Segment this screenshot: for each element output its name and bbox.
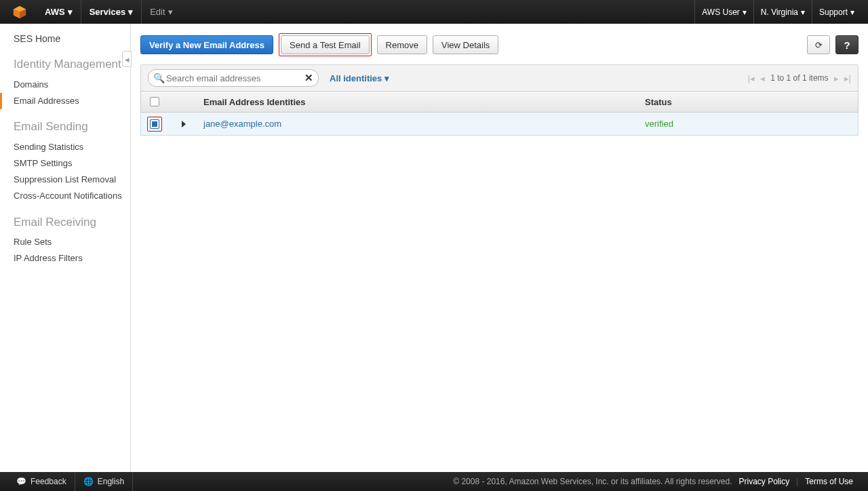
send-test-email-button[interactable]: Send a Test Email (281, 35, 370, 54)
section-email-sending: Email Sending (14, 120, 130, 134)
help-button[interactable]: ? (835, 35, 859, 54)
filter-label: All identities (330, 73, 382, 83)
column-header-status[interactable]: Status (641, 97, 858, 107)
sidebar-item-suppression-list-removal[interactable]: Suppression List Removal (14, 172, 130, 188)
pagination: |◂ ◂ 1 to 1 of 1 items ▸ ▸| (748, 73, 851, 83)
language-label: English (98, 477, 124, 486)
clear-search-icon[interactable]: ✕ (304, 72, 313, 84)
row-checkbox-highlight (147, 117, 162, 132)
pager-text: 1 to 1 of 1 items (770, 73, 828, 83)
brand-label: AWS (45, 7, 65, 17)
identity-filter-dropdown[interactable]: All identities ▾ (330, 73, 389, 83)
caret-down-icon: ▾ (801, 7, 805, 17)
user-label: AWS User (702, 7, 740, 17)
sidebar-item-domains[interactable]: Domains (14, 77, 130, 93)
account-menu[interactable]: AWS User ▾ (694, 0, 753, 24)
select-all-checkbox[interactable] (150, 97, 159, 106)
edit-label: Edit (150, 7, 165, 17)
sidebar-item-sending-statistics[interactable]: Sending Statistics (14, 139, 130, 155)
page-first-icon[interactable]: |◂ (748, 73, 755, 83)
page-prev-icon[interactable]: ◂ (760, 73, 765, 83)
expand-row-icon[interactable] (182, 121, 186, 127)
caret-down-icon: ▾ (168, 7, 173, 17)
globe-icon: 🌐 (83, 477, 94, 486)
edit-menu[interactable]: Edit ▾ (141, 0, 180, 24)
search-wrap: 🔍 ✕ (148, 69, 319, 87)
send-test-email-highlight: Send a Test Email (279, 33, 372, 56)
sidebar-item-cross-account-notifications[interactable]: Cross-Account Notifications (14, 188, 130, 204)
page-last-icon[interactable]: ▸| (844, 73, 851, 83)
sidebar-item-ip-address-filters[interactable]: IP Address Filters (14, 250, 130, 267)
search-input[interactable] (148, 69, 319, 87)
help-icon: ? (844, 39, 850, 51)
verify-new-email-button[interactable]: Verify a New Email Address (140, 35, 273, 54)
services-label: Services (90, 7, 126, 17)
table-header: Email Address Identities Status (140, 91, 859, 113)
region-label: N. Virginia (761, 7, 798, 17)
sidebar-collapse-handle[interactable]: ◂ (122, 51, 132, 67)
footer: 💬 Feedback 🌐 English © 2008 - 2016, Amaz… (0, 472, 868, 491)
feedback-icon: 💬 (16, 477, 26, 486)
caret-down-icon: ▾ (68, 7, 73, 17)
aws-cube-logo[interactable] (12, 5, 27, 20)
support-menu[interactable]: Support ▾ (812, 0, 861, 24)
refresh-button[interactable]: ⟳ (807, 35, 830, 54)
privacy-policy-link[interactable]: Privacy Policy (732, 477, 797, 486)
column-header-identity[interactable]: Email Address Identities (199, 97, 641, 107)
section-identity-management: Identity Management (14, 58, 130, 71)
ses-home-link[interactable]: SES Home (14, 33, 130, 44)
section-email-receiving: Email Receiving (14, 216, 130, 229)
main-content: Verify a New Email Address Send a Test E… (131, 24, 868, 472)
support-label: Support (819, 7, 848, 17)
sidebar-item-rule-sets[interactable]: Rule Sets (14, 234, 130, 250)
caret-down-icon: ▾ (743, 7, 747, 17)
identity-email-link[interactable]: jane@example.com (203, 119, 281, 129)
sidebar: SES Home Identity Management Domains Ema… (0, 24, 131, 472)
region-menu[interactable]: N. Virginia ▾ (753, 0, 812, 24)
brand-menu[interactable]: AWS ▾ (37, 0, 81, 24)
terms-of-use-link[interactable]: Terms of Use (798, 477, 860, 486)
sidebar-item-email-addresses[interactable]: Email Addresses (14, 93, 130, 109)
top-nav: AWS ▾ Services ▾ Edit ▾ AWS User ▾ N. Vi… (0, 0, 868, 24)
copyright-text: © 2008 - 2016, Amazon Web Services, Inc.… (453, 477, 732, 486)
feedback-label: Feedback (31, 477, 66, 486)
table-row[interactable]: jane@example.com verified (140, 113, 859, 136)
action-toolbar: Verify a New Email Address Send a Test E… (140, 33, 859, 56)
refresh-icon: ⟳ (815, 40, 823, 50)
filter-bar: 🔍 ✕ All identities ▾ |◂ ◂ 1 to 1 of 1 it… (140, 64, 859, 91)
remove-button[interactable]: Remove (377, 35, 427, 54)
row-checkbox[interactable] (150, 119, 159, 129)
view-details-button[interactable]: View Details (433, 35, 498, 54)
sidebar-item-smtp-settings[interactable]: SMTP Settings (14, 155, 130, 172)
chevron-down-icon: ▾ (384, 73, 389, 83)
caret-down-icon: ▾ (850, 7, 854, 17)
status-verified: verified (645, 119, 673, 129)
search-icon: 🔍 (153, 73, 165, 83)
page-next-icon[interactable]: ▸ (834, 73, 839, 83)
caret-down-icon: ▾ (128, 7, 133, 17)
services-menu[interactable]: Services ▾ (81, 0, 142, 24)
feedback-link[interactable]: 💬 Feedback (8, 472, 75, 491)
language-selector[interactable]: 🌐 English (75, 472, 133, 491)
